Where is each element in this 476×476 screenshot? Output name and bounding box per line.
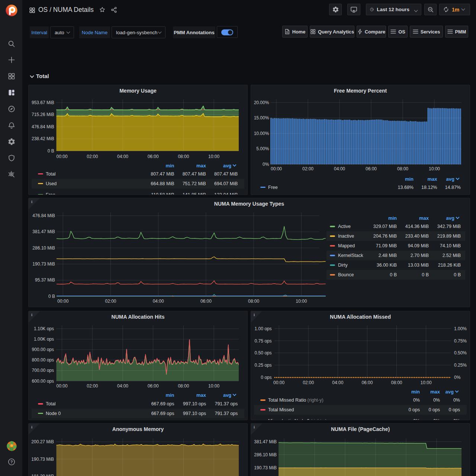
- svg-text:04:00: 04:00: [117, 154, 128, 159]
- svg-text:0%: 0%: [263, 162, 269, 167]
- svg-text:08:00: 08:00: [391, 380, 402, 385]
- svg-text:04:00: 04:00: [334, 166, 345, 171]
- svg-text:10:00: 10:00: [296, 299, 307, 304]
- svg-text:200.27 MiB: 200.27 MiB: [31, 439, 54, 444]
- svg-text:04:00: 04:00: [332, 380, 343, 385]
- svg-text:286.10 MiB: 286.10 MiB: [32, 245, 55, 251]
- svg-text:00:00: 00:00: [57, 154, 68, 159]
- svg-text:181.20 MiB: 181.20 MiB: [31, 474, 54, 476]
- svg-text:00:00: 00:00: [57, 383, 68, 389]
- svg-text:0.50%: 0.50%: [454, 350, 467, 356]
- svg-text:0 ops: 0 ops: [261, 375, 271, 380]
- svg-text:02:00: 02:00: [302, 166, 313, 171]
- svg-text:02:00: 02:00: [87, 154, 98, 159]
- svg-text:0.50 ops: 0.50 ops: [254, 350, 271, 356]
- svg-text:0.75%: 0.75%: [454, 338, 467, 344]
- svg-text:02:00: 02:00: [105, 299, 116, 304]
- svg-text:20.00%: 20.00%: [254, 100, 269, 105]
- svg-text:04:00: 04:00: [117, 383, 128, 389]
- svg-text:381.47 MiB: 381.47 MiB: [32, 229, 55, 234]
- svg-text:476.84 MiB: 476.84 MiB: [32, 124, 54, 129]
- svg-text:10:00: 10:00: [208, 383, 219, 389]
- svg-text:08:00: 08:00: [178, 383, 189, 389]
- svg-text:1.00%: 1.00%: [454, 326, 467, 331]
- svg-text:953.67 MiB: 953.67 MiB: [32, 100, 54, 105]
- svg-text:0.25 ops: 0.25 ops: [254, 363, 271, 368]
- svg-text:00:00: 00:00: [271, 166, 282, 171]
- svg-text:10:00: 10:00: [421, 380, 432, 385]
- svg-text:04:00: 04:00: [153, 299, 164, 304]
- svg-text:1.00K ops: 1.00K ops: [34, 337, 54, 342]
- svg-text:286.10 MiB: 286.10 MiB: [254, 452, 277, 457]
- svg-text:381.47 MiB: 381.47 MiB: [254, 439, 277, 444]
- svg-text:10:00: 10:00: [429, 166, 440, 171]
- svg-text:715.26 MiB: 715.26 MiB: [32, 112, 54, 117]
- svg-text:08:00: 08:00: [397, 166, 408, 171]
- svg-text:00:00: 00:00: [273, 380, 284, 385]
- svg-text:06:00: 06:00: [200, 299, 212, 304]
- svg-text:1.10K ops: 1.10K ops: [34, 326, 54, 331]
- svg-text:02:00: 02:00: [303, 380, 314, 385]
- svg-text:?: ?: [10, 460, 13, 464]
- svg-text:10:00: 10:00: [208, 154, 219, 159]
- svg-text:02:00: 02:00: [87, 383, 98, 389]
- svg-text:800.00 ops: 800.00 ops: [32, 357, 54, 363]
- svg-text:5.00%: 5.00%: [256, 146, 269, 151]
- svg-text:06:00: 06:00: [361, 380, 373, 385]
- svg-text:0 B: 0 B: [48, 294, 55, 299]
- svg-text:95.37 MiB: 95.37 MiB: [35, 277, 55, 283]
- svg-text:476.84 MiB: 476.84 MiB: [32, 213, 55, 218]
- svg-text:10.00%: 10.00%: [254, 131, 269, 136]
- svg-text:0 B: 0 B: [48, 148, 54, 154]
- svg-text:600.00 ops: 600.00 ops: [32, 379, 54, 384]
- svg-text:06:00: 06:00: [366, 166, 377, 171]
- svg-text:08:00: 08:00: [248, 299, 259, 304]
- svg-text:0.25%: 0.25%: [454, 363, 467, 368]
- svg-text:08:00: 08:00: [178, 154, 189, 159]
- svg-text:0.75 ops: 0.75 ops: [254, 338, 271, 344]
- svg-text:238.42 MiB: 238.42 MiB: [32, 136, 54, 141]
- svg-text:00:00: 00:00: [57, 299, 68, 304]
- svg-text:190.73 MiB: 190.73 MiB: [31, 457, 54, 462]
- svg-text:1.00 ops: 1.00 ops: [254, 326, 271, 331]
- svg-text:900.00 ops: 900.00 ops: [32, 347, 54, 352]
- svg-text:190.73 MiB: 190.73 MiB: [254, 465, 277, 470]
- svg-text:06:00: 06:00: [148, 383, 159, 389]
- svg-text:190.73 MiB: 190.73 MiB: [32, 261, 55, 267]
- svg-text:15.00%: 15.00%: [254, 115, 269, 120]
- svg-text:0%: 0%: [454, 375, 461, 380]
- svg-text:700.00 ops: 700.00 ops: [32, 368, 54, 373]
- svg-text:06:00: 06:00: [148, 154, 159, 159]
